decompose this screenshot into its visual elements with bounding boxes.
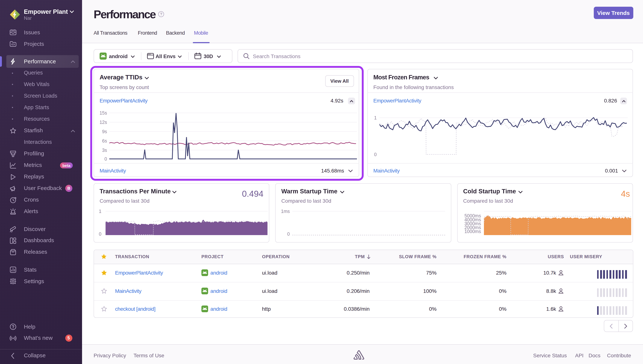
svg-text:?: ?	[160, 12, 162, 16]
